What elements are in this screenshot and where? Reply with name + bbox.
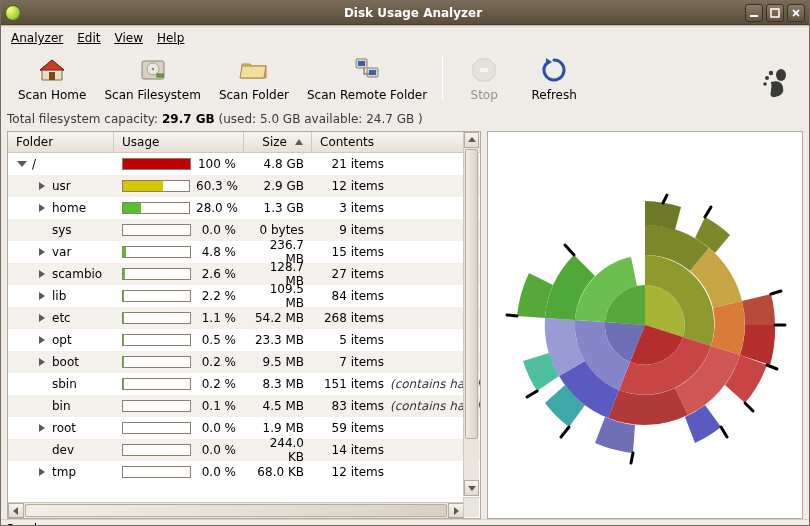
svg-line-36 (527, 391, 537, 397)
usage-bar (122, 378, 191, 390)
table-row[interactable]: dev0.0 %244.0 KB14 items (8, 439, 480, 461)
expander-icon[interactable] (36, 336, 48, 344)
expander-icon[interactable] (36, 424, 48, 432)
folder-cell[interactable]: opt (8, 333, 114, 347)
folder-cell[interactable]: boot (8, 355, 114, 369)
size-cell: 23.3 MB (244, 333, 312, 347)
svg-point-9 (151, 68, 153, 70)
scroll-thumb[interactable] (25, 504, 447, 517)
folder-cell[interactable]: lib (8, 289, 114, 303)
contents-cell: 84 items (312, 289, 480, 303)
table-row[interactable]: tmp0.0 %68.0 KB12 items (8, 461, 480, 483)
folder-cell[interactable]: bin (8, 399, 114, 413)
scroll-thumb[interactable] (465, 149, 478, 439)
contents-cell: 14 items (312, 443, 480, 457)
svg-rect-1 (771, 9, 779, 17)
toolbar-label: Scan Folder (219, 88, 289, 102)
folder-cell[interactable]: home (8, 201, 114, 215)
usage-percent: 0.0 % (197, 465, 236, 479)
expander-icon[interactable] (36, 468, 48, 476)
folder-cell[interactable]: sys (8, 223, 114, 237)
expander-icon[interactable] (36, 270, 48, 278)
scan-folder-button[interactable]: Scan Folder (210, 51, 298, 105)
usage-bar (122, 312, 191, 324)
folder-cell[interactable]: var (8, 245, 114, 259)
usage-percent: 1.1 % (197, 311, 236, 325)
contents-cell: 83 items(contains hardl (312, 399, 480, 413)
expander-icon[interactable] (36, 204, 48, 212)
remote-folder-icon (351, 54, 383, 86)
table-row[interactable]: etc1.1 %54.2 MB268 items (8, 307, 480, 329)
scan-remote-button[interactable]: Scan Remote Folder (298, 51, 436, 105)
refresh-button[interactable]: Refresh (519, 51, 589, 105)
expander-icon[interactable] (36, 314, 48, 322)
expander-icon[interactable] (36, 182, 48, 190)
maximize-button[interactable] (766, 4, 784, 22)
svg-point-19 (769, 71, 773, 75)
svg-rect-12 (358, 61, 365, 66)
folder-name: home (52, 201, 86, 215)
table-row[interactable]: /100 %4.8 GB21 items (8, 153, 480, 175)
folder-cell[interactable]: dev (8, 443, 114, 457)
folder-cell[interactable]: root (8, 421, 114, 435)
svg-line-38 (565, 245, 574, 255)
toolbar-label: Scan Home (18, 88, 86, 102)
folder-cell[interactable]: / (8, 157, 114, 171)
scan-home-button[interactable]: Scan Home (9, 51, 95, 105)
expander-icon[interactable] (36, 358, 48, 366)
usage-cell: 2.6 % (114, 267, 244, 281)
table-row[interactable]: home28.0 %1.3 GB3 items (8, 197, 480, 219)
contents-count: 12 items (320, 465, 384, 479)
scroll-down-button[interactable] (464, 480, 479, 496)
column-contents[interactable]: Contents (312, 132, 480, 152)
folder-name: sys (52, 223, 72, 237)
expander-icon[interactable] (16, 161, 28, 167)
menu-analyzer[interactable]: Analyzer (11, 31, 63, 45)
svg-point-21 (763, 82, 767, 86)
menubar: Analyzer Edit View Help (1, 27, 809, 49)
table-row[interactable]: sbin0.2 %8.3 MB151 items(contains hardl (8, 373, 480, 395)
table-row[interactable]: lib2.2 %109.5 MB84 items (8, 285, 480, 307)
table-row[interactable]: usr60.3 %2.9 GB12 items (8, 175, 480, 197)
contents-cell: 3 items (312, 201, 480, 215)
usage-bar (122, 444, 191, 456)
toolbar-label: Scan Filesystem (104, 88, 200, 102)
table-row[interactable]: boot0.2 %9.5 MB7 items (8, 351, 480, 373)
column-usage[interactable]: Usage (114, 132, 244, 152)
contents-cell: 12 items (312, 179, 480, 193)
ringschart-icon[interactable] (495, 145, 795, 505)
folder-cell[interactable]: scambio (8, 267, 114, 281)
folder-cell[interactable]: usr (8, 179, 114, 193)
scroll-left-button[interactable] (8, 503, 24, 518)
svg-rect-16 (480, 68, 488, 72)
menu-help[interactable]: Help (157, 31, 184, 45)
contents-cell: 5 items (312, 333, 480, 347)
expander-icon[interactable] (36, 248, 48, 256)
usage-cell: 60.3 % (114, 179, 244, 193)
svg-line-34 (631, 453, 633, 463)
horizontal-scrollbar[interactable] (8, 502, 464, 518)
column-folder[interactable]: Folder (8, 132, 114, 152)
scroll-up-button[interactable] (464, 132, 479, 148)
scroll-right-button[interactable] (448, 503, 464, 518)
menu-view[interactable]: View (114, 31, 142, 45)
usage-cell: 1.1 % (114, 311, 244, 325)
svg-line-29 (771, 291, 781, 294)
folder-name: lib (52, 289, 66, 303)
menu-edit[interactable]: Edit (77, 31, 100, 45)
folder-cell[interactable]: sbin (8, 377, 114, 391)
minimize-button[interactable] (745, 4, 763, 22)
expander-icon[interactable] (36, 292, 48, 300)
contents-count: 59 items (320, 421, 384, 435)
scan-filesystem-button[interactable]: Scan Filesystem (95, 51, 209, 105)
close-button[interactable] (787, 4, 805, 22)
column-size[interactable]: Size (244, 132, 312, 152)
table-row[interactable]: bin0.1 %4.5 MB83 items(contains hardl (8, 395, 480, 417)
usage-bar (122, 180, 190, 192)
vertical-scrollbar[interactable] (463, 132, 479, 496)
usage-bar (122, 246, 191, 258)
table-row[interactable]: opt0.5 %23.3 MB5 items (8, 329, 480, 351)
toolbar: Scan Home Scan Filesystem Scan Folder (1, 49, 809, 109)
folder-cell[interactable]: tmp (8, 465, 114, 479)
folder-cell[interactable]: etc (8, 311, 114, 325)
